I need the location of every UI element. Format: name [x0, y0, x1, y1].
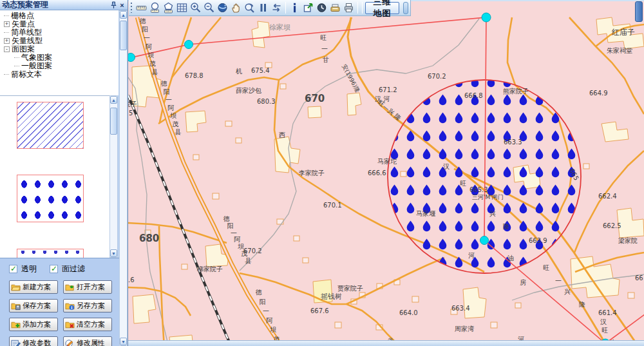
pause-icon[interactable]	[257, 1, 269, 15]
map-label: 梯家院子	[196, 265, 223, 273]
map-toolbar: 三维地图	[129, 0, 411, 16]
print-icon[interactable]	[343, 1, 355, 15]
pattern-list	[0, 95, 109, 258]
plan-controls: 透明 面过滤 新建方案 打开方案 保存方案 i	[0, 258, 119, 346]
close-icon[interactable]: ×	[118, 1, 126, 9]
blue-drops-pattern[interactable]	[17, 175, 84, 222]
vertex-handle[interactable]	[480, 236, 489, 245]
map-label: 664.9	[589, 90, 608, 97]
edit-params-icon	[11, 339, 21, 346]
tree-item[interactable]: 箭标文本	[0, 70, 118, 79]
transparent-checkbox[interactable]	[9, 265, 17, 273]
map-label: 阿	[146, 43, 152, 50]
map-label: 671.2	[379, 86, 397, 93]
partial-pattern[interactable]	[17, 249, 84, 258]
map-viewport[interactable]: 徐家坝红庙子朱家祠堂678.8机675.4薛家沙包680.3670671.2汉 …	[128, 0, 644, 346]
history-clock-icon[interactable]	[316, 1, 328, 15]
map-label: 茂	[242, 250, 248, 257]
edit-params-button[interactable]: 修改参数	[9, 336, 58, 346]
identify-info-icon[interactable]	[289, 1, 301, 15]
measure-polygon-icon[interactable]	[162, 1, 175, 15]
map-label: 一	[144, 34, 150, 41]
save-plan-button[interactable]: 保存方案	[9, 299, 58, 312]
toolbar-separator	[357, 2, 358, 14]
clear-plan-button[interactable]: 清空方案	[63, 318, 112, 331]
measure-area-icon[interactable]	[149, 1, 161, 15]
map-label: 阳	[260, 298, 266, 305]
scroll-up-icon[interactable]: ▲	[120, 11, 127, 19]
expand-icon[interactable]: +	[4, 21, 10, 27]
panel-title: 动态预案管理	[2, 0, 109, 10]
swap-arrows-icon[interactable]	[270, 1, 283, 15]
grid-icon[interactable]	[176, 1, 188, 15]
map-label: 666.8	[464, 92, 483, 99]
map-scrollbar-thumb[interactable]	[635, 1, 643, 22]
print-preview-icon[interactable]	[329, 1, 341, 15]
edit-attrs-button[interactable]: 修改属性	[63, 336, 112, 346]
globe-icon[interactable]	[216, 1, 229, 15]
scroll-up-icon[interactable]: ▲	[110, 96, 117, 104]
map-label: 675.4	[251, 67, 270, 74]
scroll-down-icon[interactable]: ▼	[110, 249, 117, 257]
map-label: 县	[245, 257, 252, 264]
map-label: 河	[468, 252, 475, 259]
map-label: 隆	[579, 301, 585, 308]
vertex-handle[interactable]	[482, 13, 491, 22]
map-label: 667.6	[310, 307, 329, 314]
map-label: 阿	[234, 236, 241, 243]
pan-hand-icon[interactable]	[230, 1, 242, 15]
measure-distance-icon[interactable]	[135, 1, 147, 15]
map-label: 摇钱树	[321, 293, 342, 301]
plan-management-panel: 动态预案管理 × 栅格点+矢量点简单线型+矢量线型-面图案气象图案一般图案箭标文…	[0, 0, 128, 346]
zoom-in-icon[interactable]	[189, 1, 202, 15]
map-label: 670	[305, 93, 325, 104]
tree-connector	[4, 15, 9, 16]
open-plan-button[interactable]: 打开方案	[63, 280, 112, 294]
map-label: 662.4	[598, 193, 617, 200]
scroll-down-icon[interactable]: ▼	[120, 338, 127, 345]
pin-icon[interactable]	[109, 1, 118, 9]
map-label: 县	[151, 68, 158, 75]
vertex-handle[interactable]	[185, 41, 193, 49]
open-plan-folder-icon	[65, 283, 75, 292]
map-canvas[interactable]: 徐家坝红庙子朱家祠堂678.8机675.4薛家沙包680.3670671.2汉 …	[128, 1, 644, 346]
map-label: 贾家院子	[337, 285, 363, 292]
map-label: 666.6	[368, 169, 386, 177]
map-label: 662.5	[603, 222, 621, 229]
diagonal-hatch-pattern[interactable]	[17, 102, 84, 149]
scrollbar-thumb[interactable]	[120, 21, 127, 50]
tree-item[interactable]: -面图案	[0, 45, 118, 53]
expand-icon[interactable]: +	[4, 38, 10, 44]
toolbar-separator	[362, 2, 363, 14]
panel-titlebar[interactable]: 动态预案管理 ×	[0, 0, 128, 10]
pattern-list-scrollbar[interactable]: ▲ ▼	[109, 95, 118, 258]
3d-map-button[interactable]: 三维地图	[365, 2, 399, 14]
map-label: 663.3	[504, 139, 522, 146]
map-label: 一	[555, 277, 562, 284]
tree-item-label: 箭标文本	[11, 69, 42, 80]
vertex-handle[interactable]	[128, 53, 135, 62]
panel-scrollbar[interactable]: ▲ ▼	[119, 10, 128, 346]
save-as-plan-button[interactable]: i 另存方案	[63, 299, 112, 312]
map-label: 德	[255, 289, 262, 296]
map-label: 机	[236, 68, 242, 75]
toolbar-grip[interactable]	[131, 3, 132, 13]
map-label: 汉	[443, 163, 450, 170]
zoom-previous-icon[interactable]	[243, 1, 256, 15]
add-plan-button[interactable]: 添加方案	[9, 318, 58, 331]
add-plan-folder-icon	[11, 320, 21, 329]
partial-toolbar-button[interactable]	[403, 2, 408, 14]
collapse-icon[interactable]: -	[4, 46, 10, 52]
map-label: 院子	[128, 101, 137, 108]
scrollbar-thumb[interactable]	[110, 108, 117, 135]
horizontal-scrollbar[interactable]	[128, 340, 644, 346]
export-icon[interactable]	[302, 1, 314, 15]
svg-text:i: i	[71, 305, 72, 311]
map-label: 朱家祠堂	[607, 47, 632, 54]
zoom-out-icon[interactable]	[203, 1, 215, 15]
transparent-label: 透明	[21, 264, 37, 274]
map-label: 680	[139, 233, 159, 244]
face-filter-checkbox[interactable]	[50, 265, 58, 273]
save-as-plan-folder-icon: i	[65, 302, 75, 311]
new-plan-button[interactable]: 新建方案	[9, 280, 58, 294]
